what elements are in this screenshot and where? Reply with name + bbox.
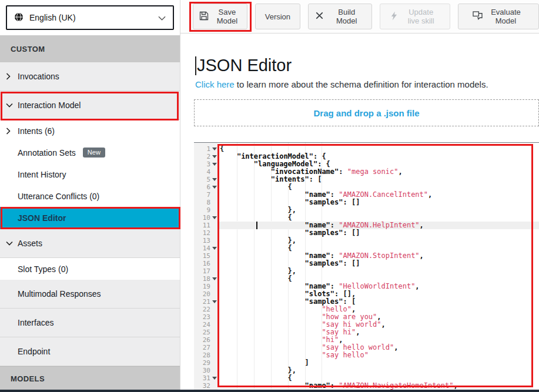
gutter-line-number[interactable]: 15 [194,252,217,260]
fold-arrow-icon[interactable] [212,277,217,280]
gutter-line-number[interactable]: 18 [194,275,217,283]
sidebar-item-interaction-model[interactable]: Interaction Model [0,91,180,120]
sidebar-item-label: Intent History [18,170,66,179]
sidebar-item-label: Assets [18,239,42,248]
gutter-line-number[interactable]: 16 [194,260,217,267]
sidebar-item-assets[interactable]: Assets [0,229,180,258]
gutter-line-number[interactable]: 23 [194,313,217,321]
gutter-line-number[interactable]: 2 [194,153,217,160]
gutter-line-number[interactable]: 27 [194,344,217,351]
gutter-line-number[interactable]: 1 [194,145,217,153]
gutter-line-number[interactable]: 29 [194,359,217,367]
chevron-down-icon [6,103,18,108]
update-live-skill-button[interactable]: Update live skill [380,4,450,29]
gutter-line-number[interactable]: 14 [194,244,217,252]
gutter-line-number[interactable]: 21 [194,298,217,306]
button-label: Build Model [329,8,365,25]
new-badge: New [83,148,105,158]
sidebar-item-slot-types-0[interactable]: Slot Types (0) [0,258,180,280]
sidebar-item-json-editor[interactable]: JSON Editor [0,207,180,229]
gutter-line-number[interactable]: 31 [194,374,217,382]
gutter-line-number[interactable]: 30 [194,367,217,374]
gutter-line-number[interactable]: 17 [194,267,217,275]
evaluate-model-button[interactable]: Evaluate Model [458,4,539,29]
chevron-right-icon [6,128,18,135]
fold-arrow-icon[interactable] [212,155,217,158]
gutter-line-number[interactable]: 28 [194,351,217,359]
sidebar-item-intent-history[interactable]: Intent History [0,163,180,185]
button-label: Evaluate Model [487,8,524,25]
chevron-down-icon [158,13,166,22]
gutter-line-number[interactable]: 26 [194,336,217,344]
gutter-line-number[interactable]: 6 [194,183,217,191]
sidebar-item-annotation-sets[interactable]: Annotation SetsNew [0,142,180,163]
fold-arrow-icon[interactable] [212,163,217,166]
fold-arrow-icon[interactable] [212,186,217,189]
gutter-line-number[interactable]: 13 [194,237,217,244]
gutter-line-number[interactable]: 9 [194,206,217,214]
json-code-editor[interactable]: 1234567891011121314151617181920212223242… [194,142,539,392]
locale-selector-wrap: English (UK) [0,0,180,35]
locale-label: English (UK) [29,13,152,22]
gutter-line-number[interactable]: 10 [194,214,217,222]
button-label: Version [265,12,290,21]
editor-cursor [256,222,257,229]
gutter-line-number[interactable]: 32 [194,382,217,390]
text-cursor [195,56,196,75]
fold-arrow-icon[interactable] [212,300,217,303]
gutter-line-number[interactable]: 20 [194,290,217,298]
toolbar: Save ModelVersionBuild ModelUpdate live … [180,0,539,33]
save-model-button[interactable]: Save Model [193,4,247,29]
sidebar-section-models: MODELS [0,366,180,390]
click-here-link[interactable]: Click here [195,79,235,89]
editor-gutter: 1234567891011121314151617181920212223242… [194,143,217,392]
version-button[interactable]: Version [255,4,300,29]
gutter-line-number[interactable]: 5 [194,176,217,183]
sidebar-item-label: Interfaces [18,318,53,327]
gutter-line-number[interactable]: 8 [194,199,217,206]
sidebar-item-utterance-conflicts-0[interactable]: Utterance Conflicts (0) [0,185,180,207]
build-icon [315,11,324,22]
gutter-line-number[interactable]: 19 [194,283,217,290]
gutter-line-number[interactable]: 12 [194,229,217,237]
gutter-line-number[interactable]: 25 [194,329,217,336]
fold-arrow-icon[interactable] [212,377,217,380]
gutter-line-number[interactable]: 11 [194,222,217,229]
fold-arrow-icon[interactable] [212,216,217,219]
sidebar-item-interfaces[interactable]: Interfaces [0,309,180,337]
app-window: English (UK) CUSTOM InvocationsInteracti… [0,0,539,392]
gutter-line-number[interactable]: 4 [194,168,217,176]
page-title: JSON Editor [195,56,539,75]
fold-arrow-icon[interactable] [212,178,217,181]
gutter-line-number[interactable]: 24 [194,321,217,329]
sidebar-item-multimodal-responses[interactable]: Multimodal Responses [0,280,180,309]
locale-selector[interactable]: English (UK) [6,5,174,30]
chat-icon [473,11,483,22]
sidebar-item-label: Interaction Model [18,100,81,110]
fold-arrow-icon[interactable] [212,247,217,250]
json-dropzone[interactable]: Drag and drop a .json file [194,99,539,126]
bottom-edge-strip [0,390,539,392]
sidebar-nav: InvocationsInteraction ModelIntents (6)A… [0,62,180,366]
button-label: Update live skill [403,8,439,25]
sidebar-item-label: JSON Editor [18,213,66,223]
editor-code-area[interactable]: { "interactionModel": { "languageModel":… [217,143,539,392]
save-icon [199,11,209,22]
schema-help-text: Click here to learn more about the schem… [195,79,539,89]
sidebar-item-label: Multimodal Responses [18,289,101,299]
sidebar-item-label: Utterance Conflicts (0) [18,192,99,201]
gutter-line-number[interactable]: 7 [194,191,217,199]
chevron-down-icon [6,241,18,246]
sidebar-item-invocations[interactable]: Invocations [0,62,180,91]
dropzone-label: Drag and drop a .json file [313,108,419,118]
build-model-button[interactable]: Build Model [308,4,372,29]
gutter-line-number[interactable]: 22 [194,306,217,313]
bolt-icon [390,11,398,22]
gutter-line-number[interactable]: 3 [194,160,217,168]
chevron-right-icon [6,73,18,80]
fold-arrow-icon[interactable] [212,148,217,150]
sidebar-item-endpoint[interactable]: Endpoint [0,337,180,366]
sidebar-item-label: Intents (6) [18,126,55,136]
sidebar-item-intents-6[interactable]: Intents (6) [0,120,180,142]
sidebar-section-custom: CUSTOM [0,35,180,62]
